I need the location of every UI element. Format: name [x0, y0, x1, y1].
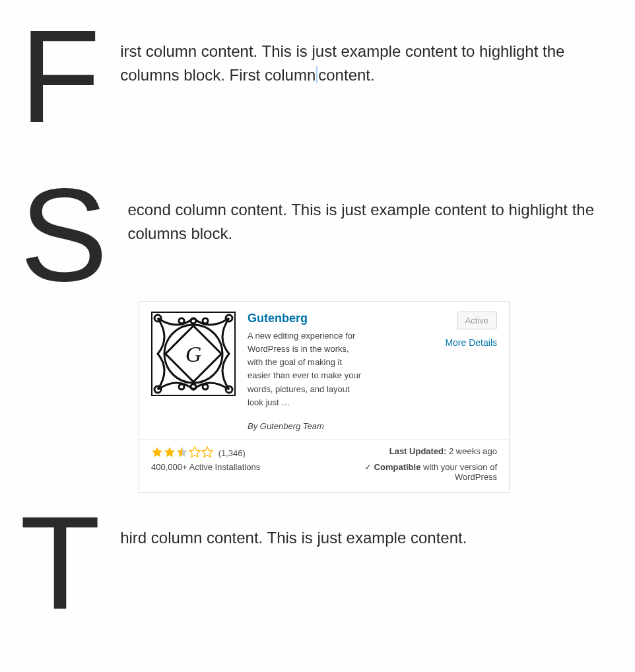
plugin-action-column: Active More Details	[418, 312, 497, 431]
compatible-cell: ✓Compatible with your version of WordPre…	[324, 462, 497, 482]
more-details-link[interactable]: More Details	[445, 337, 497, 348]
paragraph-first[interactable]: F irst column content. This is just exam…	[20, 26, 615, 145]
star-icon	[151, 446, 163, 458]
compatible-rest: with your version of WordPress	[420, 462, 497, 482]
plugin-card-footer: (1,346) Last Updated: 2 weeks ago 400,00…	[139, 439, 509, 492]
last-updated-value: 2 weeks ago	[446, 446, 497, 456]
star-empty-icon	[189, 446, 201, 458]
svg-text:G: G	[185, 342, 202, 366]
para1-part2: content.	[318, 66, 374, 84]
checkmark-icon: ✓	[364, 462, 372, 472]
plugin-author: By Gutenberg Team	[248, 421, 406, 431]
plugin-icon-column: G	[151, 312, 236, 431]
dropcap-f: F	[20, 18, 100, 135]
star-empty-icon	[201, 446, 213, 458]
paragraph-third-text: hird column content. This is just exampl…	[20, 513, 615, 550]
paragraph-second[interactable]: S econd column content. This is just exa…	[20, 185, 615, 277]
paragraph-first-text: irst column content. This is just exampl…	[20, 26, 615, 87]
last-updated-cell: Last Updated: 2 weeks ago	[324, 446, 497, 458]
plugin-card-body: G Gutenberg A new editing experience for…	[139, 302, 509, 439]
plugin-card: G Gutenberg A new editing experience for…	[139, 301, 510, 493]
gutenberg-icon: G	[151, 312, 236, 396]
installs-cell: 400,000+ Active Installations	[151, 462, 324, 482]
document-page: F irst column content. This is just exam…	[0, 0, 635, 672]
dropcap-t: T	[20, 505, 100, 621]
active-button: Active	[457, 312, 497, 329]
last-updated-label: Last Updated:	[389, 446, 447, 456]
rating-cell: (1,346)	[151, 446, 324, 458]
dropcap-s: S	[20, 177, 108, 293]
gutenberg-icon-svg: G	[151, 312, 236, 396]
paragraph-third[interactable]: T hird column content. This is just exam…	[20, 513, 615, 632]
plugin-description: A new editing experience for WordPress i…	[248, 329, 366, 409]
text-cursor	[316, 66, 318, 83]
compatible-label: Compatible	[374, 462, 421, 472]
star-half-icon	[176, 446, 188, 458]
paragraph-second-text: econd column content. This is just examp…	[20, 185, 615, 246]
plugin-info-column: Gutenberg A new editing experience for W…	[248, 312, 406, 431]
star-rating	[151, 446, 213, 458]
rating-count: (1,346)	[218, 448, 246, 458]
active-installs: 400,000+ Active Installations	[151, 462, 260, 472]
star-icon	[164, 446, 176, 458]
plugin-name[interactable]: Gutenberg	[248, 312, 406, 325]
